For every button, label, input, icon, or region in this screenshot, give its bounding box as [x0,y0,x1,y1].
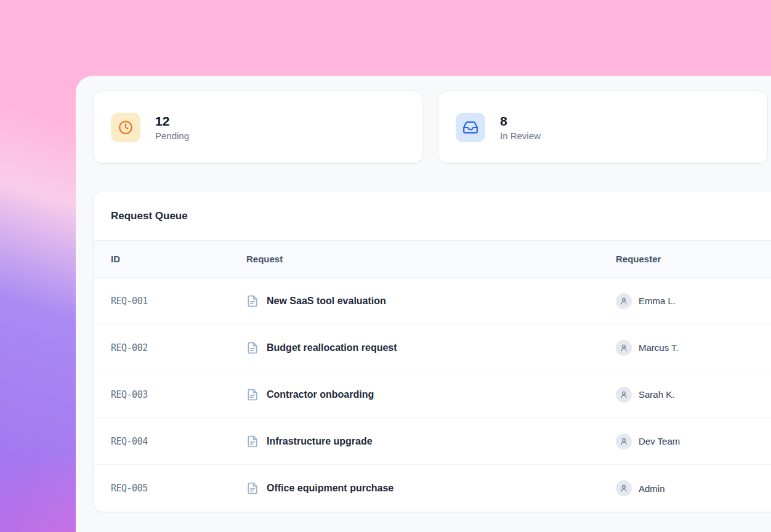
requester-cell: Sarah K. [616,387,771,403]
request-cell: New SaaS tool evaluation [246,295,616,307]
table-row[interactable]: REQ-004 Infrastructure upgrade Dev Team [94,418,771,465]
clock-icon [118,119,134,135]
request-cell: Office equipment purchase [246,482,616,494]
document-icon [246,482,259,494]
avatar [616,340,632,356]
request-title: Contractor onboarding [267,389,374,400]
requester-name: Dev Team [639,436,680,446]
document-icon [246,295,259,307]
request-cell: Contractor onboarding [246,389,616,401]
avatar [616,387,632,403]
table-row[interactable]: REQ-005 Office equipment purchase Admin [94,465,771,512]
document-icon [246,389,259,401]
main-panel: 12 Pending 8 In Review Request Queue [76,76,771,532]
requester-cell: Admin [616,480,771,496]
stat-card-pending[interactable]: 12 Pending [93,91,423,164]
requester-name: Emma L. [639,296,676,306]
requester-name: Sarah K. [639,389,674,400]
table-row[interactable]: REQ-003 Contractor onboarding Sarah K. [94,371,771,418]
request-title: Infrastructure upgrade [267,436,373,447]
requester-name: Admin [639,483,665,494]
document-icon [246,435,259,448]
request-title: New SaaS tool evaluation [267,296,386,307]
request-queue-card: Request Queue ID Request Requester REQ-0… [93,191,771,512]
in-review-label: In Review [500,131,541,141]
pending-count: 12 [155,113,189,129]
request-id: REQ-005 [111,483,246,494]
requester-cell: Marcus T. [616,340,771,356]
pending-label: Pending [155,131,189,141]
request-cell: Budget reallocation request [246,342,616,354]
table-title: Request Queue [111,210,188,222]
stat-text-pending: 12 Pending [155,113,189,141]
avatar [616,293,632,309]
stat-card-in-review[interactable]: 8 In Review [438,91,768,164]
avatar [616,433,632,449]
column-header-request: Request [246,254,616,264]
clock-icon-tile [111,113,140,142]
table-row[interactable]: REQ-001 New SaaS tool evaluation Emma L. [94,278,771,324]
column-header-id: ID [111,254,246,264]
table-row[interactable]: REQ-002 Budget reallocation request Marc… [94,324,771,371]
request-id: REQ-003 [111,389,246,400]
requester-cell: Dev Team [616,433,771,449]
inbox-icon-tile [456,113,485,142]
request-title: Budget reallocation request [267,342,397,353]
table-title-bar: Request Queue [94,191,771,241]
column-header-requester: Requester [616,254,771,264]
inbox-icon [462,119,478,135]
avatar [616,480,632,496]
requester-name: Marcus T. [639,342,679,353]
stat-text-in-review: 8 In Review [500,113,541,141]
document-icon [246,342,259,354]
request-cell: Infrastructure upgrade [246,435,616,448]
table-header-row: ID Request Requester [94,241,771,278]
requester-cell: Emma L. [616,293,771,309]
request-id: REQ-001 [111,296,246,307]
request-title: Office equipment purchase [267,483,394,494]
request-id: REQ-004 [111,436,246,447]
request-id: REQ-002 [111,342,246,353]
in-review-count: 8 [500,113,541,129]
stats-row: 12 Pending 8 In Review [93,91,771,164]
